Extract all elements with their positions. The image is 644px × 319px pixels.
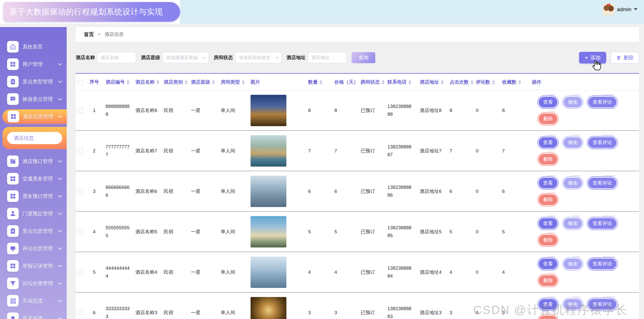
row-checkbox[interactable] bbox=[78, 310, 83, 315]
row-delete-button[interactable]: 删除 bbox=[539, 235, 557, 245]
column-header[interactable]: 收藏数 bbox=[500, 74, 529, 90]
sidebar-item-酒店信息管理[interactable]: 酒店信息管理 bbox=[3, 109, 67, 124]
row-checkbox[interactable] bbox=[78, 189, 83, 194]
sidebar-item-门票预定管理[interactable]: 门票预定管理 bbox=[0, 207, 67, 221]
hotel-name-input[interactable] bbox=[97, 52, 136, 63]
sidebar-item-系统首页[interactable]: 系统首页 bbox=[0, 40, 67, 54]
row-checkbox[interactable] bbox=[78, 270, 83, 275]
sidebar-subitem-酒店信息[interactable]: 酒店信息 bbox=[7, 132, 62, 144]
row-delete-button[interactable]: 删除 bbox=[539, 113, 557, 124]
sidebar-item-酒店预订管理[interactable]: 酒店预订管理 bbox=[0, 154, 67, 168]
hotel-building-photo[interactable] bbox=[251, 216, 286, 247]
sidebar-item-景点类型管理[interactable]: 景点类型管理 bbox=[0, 75, 67, 89]
sidebar-item-交通票务管理[interactable]: 交通票务管理 bbox=[0, 172, 67, 186]
glass-towers-photo[interactable] bbox=[251, 257, 286, 288]
sort-icon[interactable] bbox=[319, 80, 323, 84]
row-delete-button[interactable]: 删除 bbox=[539, 194, 557, 205]
edit-button[interactable]: 修改 bbox=[563, 178, 582, 188]
edit-button[interactable]: 修改 bbox=[563, 137, 582, 148]
column-header[interactable]: 酒店星级 bbox=[188, 74, 218, 90]
room-status-select[interactable]: 请选择房间状态 bbox=[235, 52, 281, 63]
edit-button[interactable]: 修改 bbox=[563, 97, 582, 107]
select-all-checkbox[interactable] bbox=[78, 80, 83, 85]
hotel-address-input[interactable] bbox=[308, 52, 346, 63]
sort-icon[interactable] bbox=[242, 80, 245, 84]
avatar[interactable] bbox=[603, 4, 614, 15]
edit-button[interactable]: 修改 bbox=[563, 299, 582, 310]
view-button[interactable]: 查看 bbox=[539, 259, 557, 269]
chandelier-photo[interactable] bbox=[251, 297, 286, 319]
sort-icon[interactable] bbox=[156, 80, 159, 84]
row-delete-button[interactable]: 删除 bbox=[539, 275, 557, 286]
column-header[interactable]: 酒店类别 bbox=[161, 74, 188, 90]
sort-icon[interactable] bbox=[212, 80, 215, 84]
edit-button[interactable]: 修改 bbox=[563, 259, 582, 269]
sidebar-item-意见反馈[interactable]: 意见反馈 bbox=[0, 311, 67, 319]
column-header[interactable]: 价格（天） bbox=[332, 74, 358, 90]
sort-icon[interactable] bbox=[441, 80, 444, 84]
row-delete-button[interactable]: 删除 bbox=[539, 316, 557, 319]
column-header[interactable]: 房间状态 bbox=[358, 74, 385, 90]
column-header[interactable]: 酒店编号 bbox=[103, 74, 133, 90]
view-comments-button[interactable]: 查看评论 bbox=[588, 178, 616, 188]
hotel-name-label: 酒店名称 bbox=[76, 54, 95, 61]
chevron-down-icon[interactable] bbox=[634, 8, 637, 12]
sidebar-item-景点信息管理[interactable]: 景点信息管理 bbox=[0, 224, 67, 238]
column-header[interactable]: 评论数 bbox=[473, 74, 500, 90]
sort-icon[interactable] bbox=[518, 80, 521, 84]
view-button[interactable]: 查看 bbox=[539, 218, 557, 229]
column-header[interactable]: 房间类型 bbox=[218, 74, 248, 90]
hotel-star-select[interactable]: 请选择酒店星级 bbox=[163, 52, 209, 63]
sidebar-item-评论信息管理[interactable]: 评论信息管理 bbox=[0, 241, 67, 256]
app-title: 基于大数据驱动的行程规划系统设计与实现 bbox=[3, 2, 180, 22]
clipboard-icon bbox=[7, 76, 19, 87]
view-comments-button[interactable]: 查看评论 bbox=[588, 299, 616, 310]
plus-icon: + bbox=[585, 55, 588, 61]
view-button[interactable]: 查看 bbox=[539, 299, 557, 310]
sort-icon[interactable] bbox=[127, 80, 130, 84]
sidebar-item-票务预订管理[interactable]: 票务预订管理 bbox=[0, 189, 67, 203]
row-checkbox[interactable] bbox=[78, 108, 83, 113]
view-comments-button[interactable]: 查看评论 bbox=[588, 137, 616, 148]
edit-button[interactable]: 修改 bbox=[563, 218, 582, 229]
sort-icon[interactable] bbox=[492, 80, 495, 84]
skyscraper-photo[interactable] bbox=[251, 176, 286, 207]
sort-icon[interactable] bbox=[470, 80, 474, 84]
add-button[interactable]: + 添加 bbox=[579, 52, 606, 63]
sidebar-item-举报记录管理[interactable]: 举报记录管理 bbox=[0, 259, 67, 273]
column-header[interactable]: 数量 bbox=[306, 74, 332, 90]
sort-icon[interactable] bbox=[382, 80, 385, 84]
sidebar-item-用户管理[interactable]: 用户管理 bbox=[0, 57, 67, 71]
sidebar-item-旅游景点管理[interactable]: 旅游景点管理 bbox=[0, 92, 67, 106]
cell-phone: 13823888886 bbox=[385, 171, 417, 212]
column-header[interactable]: 点击次数 bbox=[447, 74, 473, 90]
view-comments-button[interactable]: 查看评论 bbox=[588, 218, 616, 229]
chevron-down-icon bbox=[58, 176, 62, 180]
view-button[interactable]: 查看 bbox=[539, 178, 557, 188]
sidebar-item-互动交流[interactable]: 互动交流 bbox=[0, 294, 67, 308]
row-checkbox[interactable] bbox=[78, 229, 83, 234]
view-comments-button[interactable]: 查看评论 bbox=[588, 97, 616, 107]
resort-pool-photo[interactable] bbox=[251, 135, 286, 167]
search-button[interactable]: 查询 bbox=[352, 52, 375, 63]
user-menu[interactable]: admin bbox=[603, 4, 637, 15]
cell-price: 6 bbox=[332, 171, 358, 212]
view-button[interactable]: 查看 bbox=[539, 97, 557, 107]
breadcrumb-home[interactable]: 首页 bbox=[84, 31, 94, 38]
column-header[interactable]: 联系电话 bbox=[385, 74, 417, 90]
sort-icon[interactable] bbox=[408, 80, 411, 84]
sort-icon[interactable] bbox=[185, 80, 188, 84]
hotel-night-photo[interactable] bbox=[251, 95, 286, 126]
column-header[interactable]: 酒店名称 bbox=[133, 74, 161, 90]
column-header[interactable]: 酒店地址 bbox=[417, 74, 447, 90]
view-comments-button[interactable]: 查看评论 bbox=[588, 259, 616, 269]
cell-star: 一星 bbox=[188, 90, 218, 131]
column-header: 操作 bbox=[529, 74, 639, 90]
view-button[interactable]: 查看 bbox=[539, 137, 557, 148]
sidebar-item-论坛分类管理[interactable]: 论坛分类管理 bbox=[0, 276, 67, 290]
chevron-up-icon bbox=[58, 116, 62, 120]
row-delete-button[interactable]: 删除 bbox=[539, 154, 557, 165]
delete-button[interactable]: 删除 bbox=[611, 52, 639, 63]
chevron-down-icon bbox=[58, 229, 62, 233]
row-checkbox[interactable] bbox=[78, 148, 83, 153]
